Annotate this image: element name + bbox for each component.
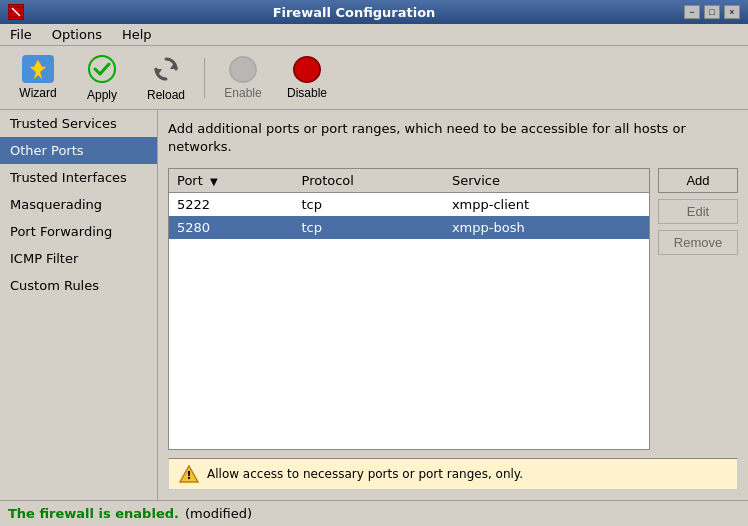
remove-button[interactable]: Remove bbox=[658, 230, 738, 255]
main-content: Trusted Services Other Ports Trusted Int… bbox=[0, 110, 748, 500]
menu-options[interactable]: Options bbox=[46, 25, 108, 44]
title-bar: Firewall Configuration − □ × bbox=[0, 0, 748, 24]
reload-icon bbox=[150, 53, 182, 85]
table-header-row: Port ▼ Protocol Service bbox=[169, 169, 649, 193]
wizard-label: Wizard bbox=[19, 86, 56, 100]
ports-table-container[interactable]: Port ▼ Protocol Service 5222tcpx bbox=[168, 168, 650, 450]
cell-protocol: tcp bbox=[294, 193, 444, 217]
edit-button[interactable]: Edit bbox=[658, 199, 738, 224]
table-row[interactable]: 5222tcpxmpp-client bbox=[169, 193, 649, 217]
sidebar-item-trusted-services[interactable]: Trusted Services bbox=[0, 110, 157, 137]
minimize-button[interactable]: − bbox=[684, 5, 700, 19]
reload-button[interactable]: Reload bbox=[136, 51, 196, 105]
toolbar-separator bbox=[204, 58, 205, 98]
disable-label: Disable bbox=[287, 86, 327, 100]
toolbar: Wizard Apply Reload Enable D bbox=[0, 46, 748, 110]
enable-button[interactable]: Enable bbox=[213, 51, 273, 105]
sidebar: Trusted Services Other Ports Trusted Int… bbox=[0, 110, 158, 500]
menu-bar: File Options Help bbox=[0, 24, 748, 46]
content-description: Add additional ports or port ranges, whi… bbox=[168, 120, 738, 156]
sort-arrow-port: ▼ bbox=[210, 176, 218, 187]
col-port[interactable]: Port ▼ bbox=[169, 169, 294, 193]
menu-file[interactable]: File bbox=[4, 25, 38, 44]
apply-icon bbox=[86, 53, 118, 85]
action-buttons: Add Edit Remove bbox=[658, 168, 738, 450]
reload-label: Reload bbox=[147, 88, 185, 102]
sidebar-item-custom-rules[interactable]: Custom Rules bbox=[0, 272, 157, 299]
cell-service: xmpp-client bbox=[444, 193, 649, 217]
sidebar-item-trusted-interfaces[interactable]: Trusted Interfaces bbox=[0, 164, 157, 191]
sidebar-item-other-ports[interactable]: Other Ports bbox=[0, 137, 157, 164]
svg-text:!: ! bbox=[186, 469, 191, 482]
disable-icon bbox=[293, 56, 321, 83]
close-button[interactable]: × bbox=[724, 5, 740, 19]
table-row[interactable]: 5280tcpxmpp-bosh bbox=[169, 216, 649, 239]
firewall-status: The firewall is enabled. bbox=[8, 506, 179, 521]
sidebar-item-port-forwarding[interactable]: Port Forwarding bbox=[0, 218, 157, 245]
warning-text: Allow access to necessary ports or port … bbox=[207, 467, 523, 481]
table-and-buttons: Port ▼ Protocol Service 5222tcpx bbox=[168, 168, 738, 450]
status-bar: The firewall is enabled. (modified) bbox=[0, 500, 748, 526]
wizard-icon bbox=[22, 55, 54, 83]
window-icon bbox=[8, 4, 24, 20]
window-title: Firewall Configuration bbox=[24, 5, 684, 20]
warning-bar: ! Allow access to necessary ports or por… bbox=[168, 458, 738, 490]
modified-status: (modified) bbox=[185, 506, 252, 521]
enable-label: Enable bbox=[224, 86, 261, 100]
apply-label: Apply bbox=[87, 88, 117, 102]
warning-icon: ! bbox=[179, 465, 199, 483]
apply-button[interactable]: Apply bbox=[72, 51, 132, 105]
wizard-button[interactable]: Wizard bbox=[8, 51, 68, 105]
restore-button[interactable]: □ bbox=[704, 5, 720, 19]
table-body: 5222tcpxmpp-client5280tcpxmpp-bosh bbox=[169, 193, 649, 240]
col-service[interactable]: Service bbox=[444, 169, 649, 193]
ports-table: Port ▼ Protocol Service 5222tcpx bbox=[169, 169, 649, 239]
sidebar-item-masquerading[interactable]: Masquerading bbox=[0, 191, 157, 218]
add-button[interactable]: Add bbox=[658, 168, 738, 193]
col-protocol[interactable]: Protocol bbox=[294, 169, 444, 193]
cell-service: xmpp-bosh bbox=[444, 216, 649, 239]
content-area: Add additional ports or port ranges, whi… bbox=[158, 110, 748, 500]
enable-icon bbox=[229, 56, 257, 83]
cell-protocol: tcp bbox=[294, 216, 444, 239]
svg-point-4 bbox=[89, 56, 115, 82]
menu-help[interactable]: Help bbox=[116, 25, 158, 44]
cell-port: 5222 bbox=[169, 193, 294, 217]
sidebar-item-icmp-filter[interactable]: ICMP Filter bbox=[0, 245, 157, 272]
window-controls: − □ × bbox=[684, 5, 740, 19]
disable-button[interactable]: Disable bbox=[277, 51, 337, 105]
cell-port: 5280 bbox=[169, 216, 294, 239]
